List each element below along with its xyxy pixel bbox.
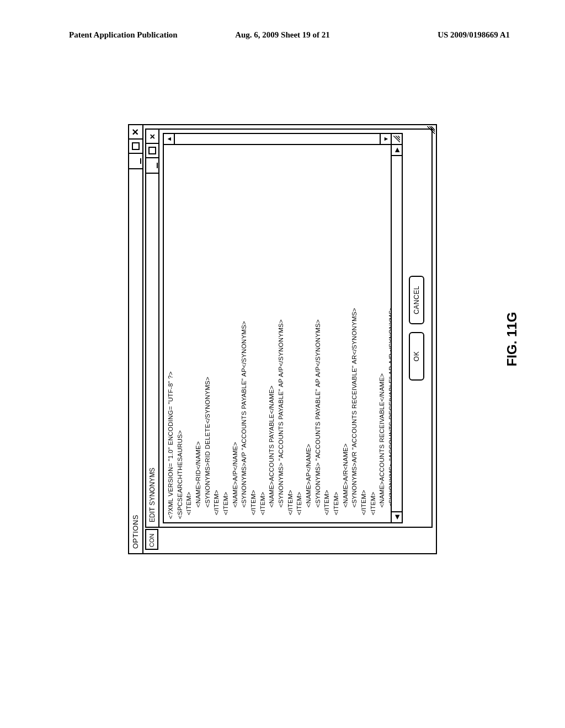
page-header-right: US 2009/0198669 A1 xyxy=(438,30,510,40)
options-titlebar: OPTIONS xyxy=(129,125,143,553)
close-icon[interactable] xyxy=(146,130,158,144)
cancel-button[interactable]: CANCEL xyxy=(409,276,424,324)
minimize-icon[interactable] xyxy=(129,154,142,168)
options-window-controls xyxy=(129,125,142,169)
figure-caption: FIG. 11G xyxy=(504,312,520,367)
con-tab-stub[interactable]: CON xyxy=(145,529,158,550)
dialog-buttons: OK CANCEL xyxy=(407,130,426,527)
edit-synonyms-title: EDIT SYNONYMS xyxy=(146,174,158,527)
resize-grip-icon[interactable] xyxy=(425,126,435,136)
xml-text[interactable]: <?XML VERSION= "1.0" ENCODING= "UTF-8" ?… xyxy=(164,145,391,522)
close-icon[interactable] xyxy=(129,125,142,140)
options-window: OPTIONS CON EDIT SYNONYMS xyxy=(128,124,437,554)
horizontal-scrollbar[interactable]: ◀ ▶ xyxy=(391,145,402,522)
edit-synonyms-window-controls xyxy=(146,130,158,174)
edit-synonyms-window: EDIT SYNONYMS <?XML VERSION= "1.0" ENCOD… xyxy=(145,129,433,528)
xml-editor: <?XML VERSION= "1.0" ENCODING= "UTF-8" ?… xyxy=(163,133,403,523)
minimize-icon[interactable] xyxy=(146,158,158,173)
options-title: OPTIONS xyxy=(129,169,142,553)
maximize-icon[interactable] xyxy=(146,144,158,158)
ok-button[interactable]: OK xyxy=(409,332,424,381)
scroll-left-icon[interactable]: ◀ xyxy=(392,511,402,522)
vertical-scrollbar[interactable]: ▲ ▼ xyxy=(164,134,391,145)
edit-synonyms-titlebar: EDIT SYNONYMS xyxy=(146,130,159,527)
scroll-down-icon[interactable]: ▼ xyxy=(380,134,391,144)
scroll-track[interactable] xyxy=(392,156,402,511)
scroll-right-icon[interactable]: ▶ xyxy=(392,145,402,156)
resize-grip-icon[interactable] xyxy=(391,134,402,145)
maximize-icon[interactable] xyxy=(129,140,142,154)
scroll-up-icon[interactable]: ▲ xyxy=(164,134,175,144)
scroll-track[interactable] xyxy=(175,134,380,144)
figure-11g: OPTIONS CON EDIT SYNONYMS xyxy=(67,185,498,494)
